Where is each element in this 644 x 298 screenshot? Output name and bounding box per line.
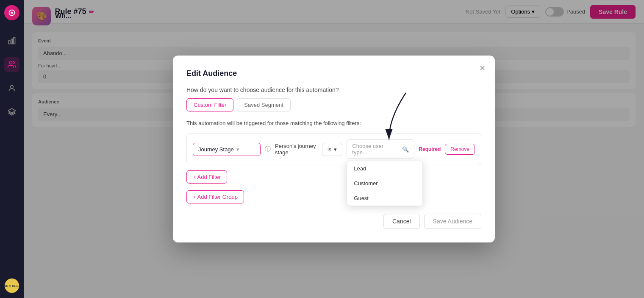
modal-overlay: ✕ Edit Audience How do you want to choos… bbox=[24, 0, 644, 298]
user-type-dropdown: Lead Customer Guest bbox=[347, 161, 423, 206]
customer-option[interactable]: Customer bbox=[347, 176, 422, 191]
modal-question: How do you want to choose audience for t… bbox=[186, 86, 481, 93]
filter-type-row: Custom Filter Saved Segment bbox=[186, 98, 481, 111]
analytics-nav-item[interactable] bbox=[4, 33, 19, 48]
trigger-description: This automation will be triggered for th… bbox=[186, 120, 481, 126]
cancel-button[interactable]: Cancel bbox=[383, 214, 420, 229]
people-nav-item[interactable] bbox=[4, 81, 19, 96]
search-icon: 🔍 bbox=[402, 146, 409, 153]
is-select[interactable]: is ▾ bbox=[322, 143, 342, 156]
avatar[interactable]: ARTBEE bbox=[5, 279, 19, 293]
required-label: Required bbox=[419, 146, 441, 152]
saved-segment-button[interactable]: Saved Segment bbox=[237, 98, 291, 111]
modal-title: Edit Audience bbox=[186, 69, 481, 78]
svg-rect-2 bbox=[9, 41, 10, 44]
remove-filter-button[interactable]: Remove bbox=[445, 144, 475, 155]
modal-footer: Cancel Save Audience bbox=[186, 214, 481, 229]
journey-stage-select[interactable]: Journey Stage ▾ bbox=[193, 143, 261, 156]
info-icon[interactable]: ⓘ bbox=[265, 145, 271, 153]
svg-point-6 bbox=[11, 85, 14, 88]
user-type-input[interactable]: Choose user type... 🔍 bbox=[347, 139, 414, 159]
add-filter-group-button[interactable]: + Add Filter Group bbox=[186, 190, 244, 203]
svg-rect-3 bbox=[11, 39, 12, 44]
sidebar-bottom: ARTBEE bbox=[5, 279, 19, 293]
svg-rect-4 bbox=[14, 38, 15, 44]
guest-option[interactable]: Guest bbox=[347, 191, 422, 206]
user-type-container: Choose user type... 🔍 Lead Customer Gues… bbox=[347, 139, 414, 159]
custom-filter-button[interactable]: Custom Filter bbox=[186, 98, 233, 111]
filter-row: Journey Stage ▾ ⓘ Person's journey stage… bbox=[186, 133, 481, 165]
svg-point-5 bbox=[9, 61, 12, 64]
journey-stage-chevron: ▾ bbox=[236, 146, 239, 153]
persons-journey-label: Person's journey stage bbox=[275, 143, 318, 156]
edit-audience-modal: ✕ Edit Audience How do you want to choos… bbox=[173, 56, 495, 242]
users-nav-item[interactable] bbox=[4, 57, 19, 72]
sidebar: ARTBEE bbox=[0, 0, 24, 298]
save-audience-button[interactable]: Save Audience bbox=[424, 214, 481, 229]
main-area: ‹ Rules Rule #75 ✏ Not Saved Yet Options… bbox=[24, 0, 644, 298]
add-filter-button[interactable]: + Add Filter bbox=[186, 170, 227, 184]
svg-point-1 bbox=[11, 12, 13, 14]
app-logo[interactable] bbox=[4, 5, 19, 20]
layers-nav-item[interactable] bbox=[4, 104, 19, 120]
is-chevron: ▾ bbox=[334, 146, 337, 153]
close-modal-button[interactable]: ✕ bbox=[476, 62, 488, 74]
lead-option[interactable]: Lead bbox=[347, 161, 422, 176]
